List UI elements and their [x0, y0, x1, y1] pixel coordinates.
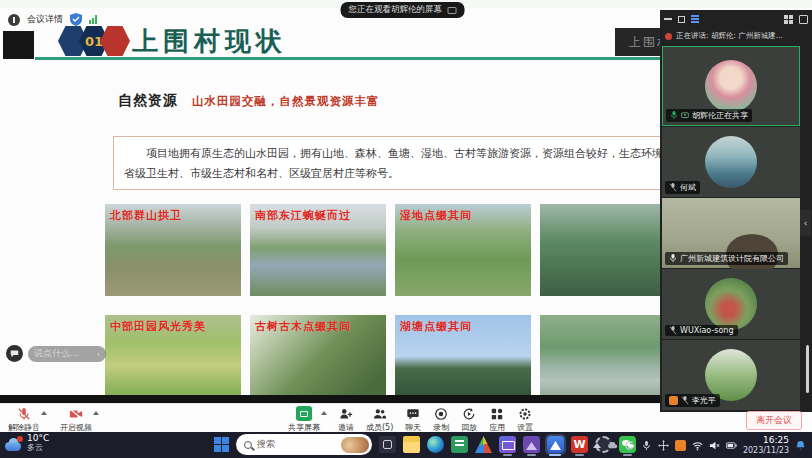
- recording-icon: [665, 33, 672, 40]
- participant-tile[interactable]: 李光平: [662, 340, 800, 410]
- panel-collapse-handle[interactable]: ‹: [800, 210, 811, 236]
- layout-switch-icon[interactable]: [691, 15, 699, 23]
- clock-time: 16:25: [763, 435, 789, 445]
- participant-name: 李光平: [692, 395, 716, 406]
- watching-share-banner[interactable]: 您正在观看胡辉伦的屏幕: [341, 2, 465, 18]
- clock-date: 2023/11/23: [743, 446, 789, 455]
- grid-view-icon[interactable]: [784, 15, 793, 24]
- invite-icon: [339, 406, 353, 421]
- participant-tile[interactable]: WUXiao-song: [662, 269, 800, 339]
- sync-icon[interactable]: [624, 440, 635, 451]
- search-highlight-image: [341, 437, 369, 453]
- share-screen-button[interactable]: 共享屏幕: [288, 406, 320, 433]
- avatar: [705, 136, 757, 188]
- participant-tile[interactable]: 何斌: [662, 127, 800, 197]
- cloud-sync-icon[interactable]: [607, 440, 618, 451]
- unmute-button[interactable]: 解除静音: [8, 406, 40, 433]
- participant-name: WUXiao-song: [680, 326, 734, 335]
- invite-button[interactable]: 邀请: [338, 406, 354, 433]
- weather-icon: [5, 436, 23, 451]
- participant-name: 广州新城建筑设计院有限公司: [680, 253, 784, 264]
- notes-app-button[interactable]: [451, 436, 468, 453]
- bullet-chat-icon[interactable]: [6, 345, 23, 362]
- meeting-info-icon[interactable]: [8, 14, 20, 26]
- photo-farmland: 中部田园风光秀美: [105, 315, 241, 403]
- chat-button[interactable]: 聊天: [405, 406, 421, 433]
- quick-chat-placeholder: 说点什么...: [34, 347, 79, 360]
- tray-expand-icon[interactable]: [593, 443, 601, 448]
- participants-panel: 正在讲话: 胡辉伦: 广州新城建... 胡辉伦正在共享 何斌: [660, 10, 812, 412]
- apps-button[interactable]: 应用: [489, 406, 505, 433]
- photo-grid: 北部群山拱卫 南部东江蜿蜒而过 湿地点缀其间 中部田园风光秀美 古树古木点缀其间…: [105, 204, 676, 403]
- record-button[interactable]: 录制: [433, 406, 449, 433]
- photo-caption: 中部田园风光秀美: [110, 319, 206, 334]
- photo-caption: 湖塘点缀其间: [400, 319, 472, 334]
- tray-mic-icon[interactable]: [641, 440, 652, 451]
- leave-meeting-button[interactable]: 离开会议: [746, 411, 802, 430]
- photo-east-river: 南部东江蜿蜒而过: [250, 204, 386, 296]
- taskbar-search[interactable]: 搜索: [236, 434, 372, 455]
- mic-on-icon: [670, 111, 678, 120]
- tray-app-icon[interactable]: [675, 440, 686, 451]
- speaking-status: 正在讲话: 胡辉伦: 广州新城建...: [676, 31, 783, 41]
- restore-window-icon[interactable]: [678, 16, 685, 23]
- mic-options-caret[interactable]: [41, 411, 47, 415]
- panel-scrollbar[interactable]: [806, 345, 809, 393]
- quick-chat-input[interactable]: 说点什么... ‹: [28, 346, 106, 362]
- playback-button[interactable]: 回放: [461, 406, 477, 433]
- volume-icon[interactable]: [709, 440, 720, 451]
- photo-wetland: 湿地点缀其间: [395, 204, 531, 296]
- photo-caption: 北部群山拱卫: [110, 208, 182, 223]
- network-signal-icon[interactable]: [89, 15, 97, 24]
- start-video-button[interactable]: 开启视频: [60, 406, 92, 433]
- wifi-icon[interactable]: [692, 440, 703, 451]
- share-screen-icon: [296, 406, 312, 421]
- chat-collapse-icon[interactable]: ‹: [96, 349, 100, 359]
- participant-tile-video[interactable]: 广州新城建筑设计院有限公司: [662, 198, 800, 268]
- taskbar-weather-widget[interactable]: 10°C 多云: [5, 434, 49, 453]
- settings-gear-icon: [518, 406, 532, 421]
- photo-lake-hills: [540, 315, 676, 403]
- fullscreen-icon[interactable]: [799, 15, 808, 24]
- meeting-app-button[interactable]: [547, 436, 564, 453]
- edge-browser-button[interactable]: [427, 436, 444, 453]
- windows-taskbar: 10°C 多云 搜索 W: [0, 432, 812, 458]
- battery-icon[interactable]: [726, 440, 737, 451]
- task-view-button[interactable]: [379, 436, 396, 453]
- design-app-button[interactable]: [523, 436, 540, 453]
- search-placeholder: 搜索: [257, 438, 336, 451]
- meeting-details-label[interactable]: 会议详情: [27, 13, 63, 26]
- section-subtitle: 山水田园交融，自然景观资源丰富: [192, 94, 380, 109]
- photo-north-mountains: 北部群山拱卫: [105, 204, 241, 296]
- settings-button[interactable]: 设置: [517, 406, 533, 433]
- participant-name: 何斌: [680, 182, 696, 193]
- members-button[interactable]: 成员(5): [366, 406, 393, 433]
- camera-options-caret[interactable]: [93, 411, 99, 415]
- photo-old-trees: 古树古木点缀其间: [250, 315, 386, 403]
- file-explorer-button[interactable]: [403, 436, 420, 453]
- members-icon: [373, 406, 387, 421]
- mail-app-button[interactable]: [499, 436, 516, 453]
- microphone-muted-icon: [17, 406, 31, 421]
- photos-app-button[interactable]: [475, 436, 492, 453]
- avatar: [705, 60, 757, 112]
- photo-caption: 古树古木点缀其间: [255, 319, 351, 334]
- participant-tile-sharing[interactable]: 胡辉伦正在共享: [662, 46, 800, 126]
- taskbar-clock[interactable]: 16:25 2023/11/23: [743, 435, 789, 455]
- share-options-caret[interactable]: [321, 411, 327, 415]
- record-icon: [434, 406, 448, 421]
- camera-off-icon: [69, 406, 83, 421]
- collapse-glyph: ‹: [804, 218, 808, 228]
- mic-on-icon: [669, 254, 677, 263]
- sharing-icon: [681, 111, 689, 120]
- slide-logo: 01: [58, 25, 130, 57]
- notification-bell-icon[interactable]: [795, 440, 806, 451]
- start-button[interactable]: [214, 437, 229, 452]
- minimize-icon[interactable]: [664, 18, 672, 20]
- security-shield-icon[interactable]: [70, 13, 82, 26]
- wps-office-button[interactable]: W: [571, 436, 588, 453]
- weather-description: 多云: [27, 444, 49, 453]
- mic-muted-icon: [681, 396, 689, 405]
- move-tool-icon[interactable]: [658, 440, 669, 451]
- playback-icon: [462, 406, 476, 421]
